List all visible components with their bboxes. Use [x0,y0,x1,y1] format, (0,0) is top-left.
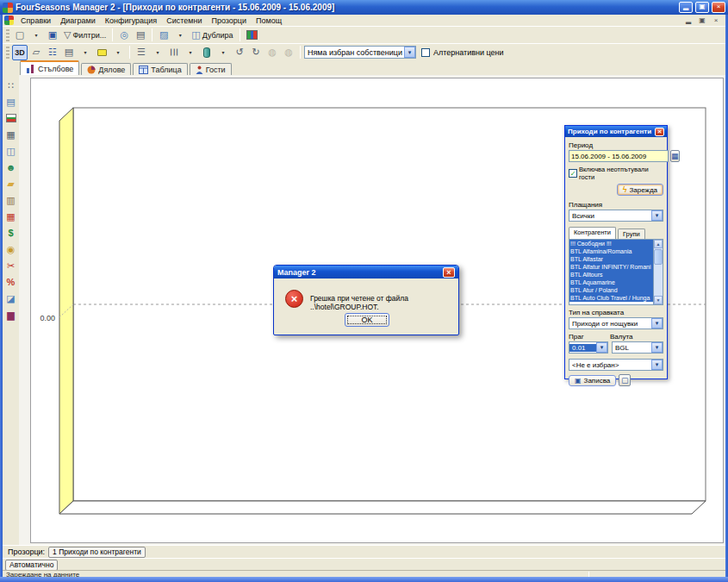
payments-select[interactable]: Всички ▾ [569,210,663,222]
list-item[interactable]: BTL Atur / Poland [569,286,653,294]
copy-window-button[interactable]: ◫ [3,143,19,159]
percent-button[interactable]: % [3,274,19,290]
legend-dropdown[interactable]: ▾ [78,45,93,60]
list-item[interactable]: BTL Alfastar [569,255,653,263]
automatic-button[interactable]: Автоматично [5,560,58,571]
scroll-down-icon[interactable]: ▼ [654,296,663,304]
tab-groups[interactable]: Групи [618,228,645,239]
transfer-button[interactable]: ◪ [3,291,19,306]
guests-button[interactable]: ☻ [3,160,19,175]
labels-button[interactable] [94,45,109,60]
threshold-select[interactable]: 0.01 ▾ [569,341,608,354]
zoom-out-button[interactable]: ◍ [264,45,280,60]
hgrid-dropdown[interactable]: ▾ [150,45,165,60]
rotate-left-button[interactable]: ↺ [232,45,247,60]
occupancy-grid-button[interactable]: ▦ [3,209,19,224]
filters-button[interactable]: ▽ Филтри... [61,28,109,43]
statistics-button[interactable]: ▆ [3,307,19,322]
tab-bars[interactable]: Стълбове [20,60,79,75]
menu-item-help[interactable]: Помощ [252,16,286,25]
vgrid-button[interactable]: ☰ [166,45,182,60]
copy-button[interactable]: ▨ [156,28,171,43]
vgrid-dropdown[interactable]: ▾ [183,45,198,60]
title-bar[interactable]: FourSeasons Manager 2 - [Приходи по конт… [0,0,728,15]
calendar-picker-button[interactable]: ▦ [670,150,680,162]
window-tab-button[interactable]: 1 Приходи по контрагенти [48,547,146,558]
close-button[interactable]: × [712,2,725,13]
filter-panel-titlebar[interactable]: Приходи по контрагенти × [565,126,667,137]
extra-select[interactable]: <Не е избран> ▾ [569,359,663,371]
save-button[interactable]: ▣ [45,28,60,43]
export-button[interactable]: ▤ [3,94,19,110]
dropdown-arrow-icon[interactable]: ▾ [651,360,663,370]
menu-item-configuration[interactable]: Конфигурация [101,16,161,25]
cash-register-button[interactable]: ▥ [3,192,19,208]
list-item[interactable]: !!! Свободни !!! [569,240,653,247]
series-style-button[interactable] [199,45,215,60]
restore-button[interactable]: ▣ [695,2,709,13]
list-item[interactable]: BTL Aquamarine [569,278,653,286]
tab-contragents[interactable]: Контрагенти [569,227,616,239]
perspective-button[interactable]: ▱ [28,45,44,60]
scrollbar-thumb[interactable] [654,249,663,265]
cascade-windows-button[interactable]: ∷ [3,78,19,93]
mdi-restore-icon[interactable]: ▣ [697,16,707,24]
tab-table[interactable]: Таблица [133,63,187,75]
list-item[interactable]: BTL Auto Club Travel / Hunga [569,294,653,302]
layout-button[interactable]: ▢ [619,374,631,386]
payments-button[interactable]: $ [3,225,19,241]
series-style-dropdown[interactable]: ▾ [215,45,231,60]
load-button[interactable]: ϟЗарежда [617,184,663,196]
currency-select[interactable]: BGL ▾ [612,341,663,354]
list-item[interactable]: BTL Alfatur INFINITY/ Romani [569,263,653,271]
ok-button[interactable]: OK [345,313,389,327]
error-dialog-close-button[interactable]: × [443,267,455,278]
minimize-button[interactable]: ▂ [679,2,693,13]
duplicate-button[interactable]: ◫ Дублира [189,28,235,43]
menu-item-system[interactable]: Системни [162,16,206,25]
3d-toggle-button[interactable]: 3D [12,45,28,60]
mdi-minimize-icon[interactable]: ▂ [683,16,694,24]
include-guests-checkbox[interactable]: ✓ [569,169,577,178]
list-item[interactable]: BTL Alltours [569,271,653,278]
revenue-chart-button[interactable] [3,110,19,126]
alt-prices-checkbox[interactable] [421,48,430,57]
toolbar-grip[interactable] [6,29,9,41]
print-button[interactable]: ▤ [133,28,148,43]
menu-item-windows[interactable]: Прозорци [207,16,251,25]
tab-pie[interactable]: Дялове [81,63,131,75]
toolbar-grip[interactable] [6,47,9,59]
legend-button[interactable]: ▤ [61,45,77,60]
dropdown-arrow-icon[interactable]: ▾ [651,342,663,353]
contragents-list[interactable]: !!! Свободни !!! BTL Alfamina/Romania BT… [569,239,663,305]
error-dialog-titlebar[interactable]: Manager 2 × [274,266,458,278]
calendar-button[interactable]: ▦ [3,127,19,142]
zoom-in-button[interactable]: ◍ [281,45,296,60]
copy-dropdown[interactable]: ▾ [172,28,188,43]
dropdown-arrow-icon[interactable]: ▾ [651,210,663,221]
chart-button[interactable] [244,28,260,43]
dropdown-arrow-icon[interactable]: ▾ [596,342,607,353]
dropdown-arrow-icon[interactable]: ▾ [651,318,663,329]
print-preview-button[interactable]: ◎ [116,28,132,43]
mdi-close-icon[interactable]: × [711,16,721,24]
folder-button[interactable]: ▰ [3,176,19,191]
period-input[interactable] [569,150,669,162]
discounts-button[interactable]: ✂ [3,258,19,273]
owner-select[interactable]: Няма избран собственици ▾ [304,46,416,59]
report-type-select[interactable]: Приходи от нощувки ▾ [569,317,663,329]
save-report-button[interactable]: ▣Записва [569,375,616,386]
new-report-button[interactable]: ▢ [12,28,28,43]
tab-guests[interactable]: Гости [190,63,232,75]
list-scrollbar[interactable]: ▲ ▼ [653,240,663,304]
point-labels-button[interactable]: ☷ [45,45,60,60]
dropdown-arrow-icon[interactable]: ▾ [404,47,415,58]
rotate-right-button[interactable]: ↻ [248,45,264,60]
scroll-up-icon[interactable]: ▲ [654,240,663,248]
menu-item-reports[interactable]: Справки [16,16,55,25]
menu-item-diagrams[interactable]: Диаграми [56,16,100,25]
labels-dropdown[interactable]: ▾ [110,45,126,60]
filter-panel-close-button[interactable]: × [655,128,664,136]
hgrid-button[interactable]: ☰ [134,45,149,60]
new-report-dropdown[interactable]: ▾ [28,28,44,43]
